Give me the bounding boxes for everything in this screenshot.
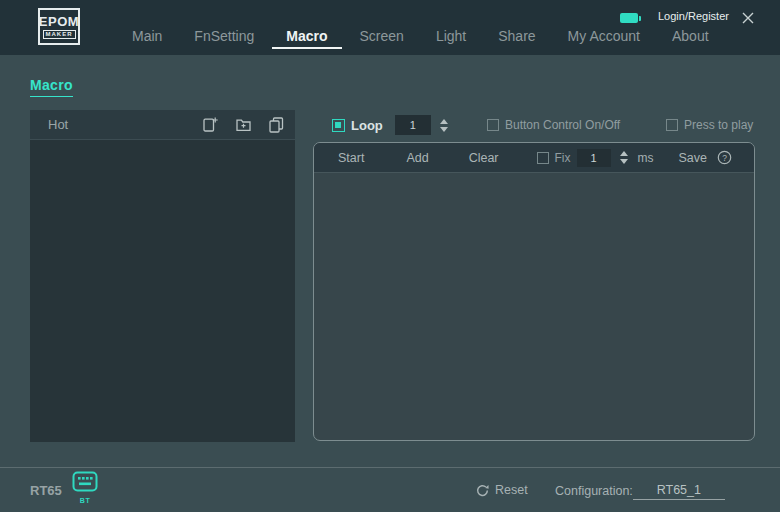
button-control-checkbox[interactable] <box>487 119 499 131</box>
start-button[interactable]: Start <box>338 151 364 165</box>
fix-delay-input[interactable]: 1 <box>577 149 611 167</box>
stepper-down-icon[interactable] <box>620 159 628 164</box>
press-to-play-label: Press to play <box>684 118 753 132</box>
keyboard-icon <box>72 471 98 492</box>
macro-list-toolbar <box>202 116 285 133</box>
reset-icon <box>476 484 489 497</box>
configuration-value[interactable]: RT65_1 <box>633 483 725 500</box>
logo-text-top: EPOM <box>39 15 79 28</box>
add-folder-icon[interactable] <box>235 116 252 133</box>
main-nav: Main FnSetting Macro Screen Light Share … <box>130 28 711 51</box>
help-icon[interactable]: ? <box>717 150 732 165</box>
svg-text:?: ? <box>722 153 727 163</box>
stepper-down-icon[interactable] <box>440 127 448 132</box>
loop-checkbox[interactable] <box>332 119 345 132</box>
fix-delay-group: Fix 1 ms <box>537 149 654 167</box>
macro-steps-list[interactable] <box>314 173 754 441</box>
loop-count-input[interactable]: 1 <box>395 115 431 135</box>
macro-list-panel: Hot <box>30 110 295 442</box>
connection-type-badge: BT <box>71 497 99 504</box>
tab-macro[interactable]: Macro <box>284 28 329 51</box>
close-icon[interactable] <box>741 11 755 25</box>
macro-group-label: Hot <box>48 117 68 132</box>
loop-label: Loop <box>351 118 383 133</box>
tab-screen[interactable]: Screen <box>358 28 406 51</box>
tab-main[interactable]: Main <box>130 28 164 51</box>
configuration-label: Configuration: <box>555 484 633 498</box>
press-to-play-checkbox[interactable] <box>666 119 678 131</box>
button-control-label: Button Control On/Off <box>505 118 620 132</box>
fix-checkbox[interactable] <box>537 152 549 164</box>
tab-light[interactable]: Light <box>434 28 468 51</box>
battery-icon <box>620 13 638 23</box>
epomaker-driver-window: EPOM MAKER Main FnSetting Macro Screen L… <box>0 0 780 512</box>
macro-editor-panel: Start Add Clear Fix 1 ms Save ? <box>313 142 755 441</box>
statusbar-divider <box>0 467 780 468</box>
copy-macro-icon[interactable] <box>268 116 285 133</box>
reset-label: Reset <box>495 483 528 497</box>
add-button[interactable]: Add <box>406 151 428 165</box>
new-macro-icon[interactable] <box>202 116 219 133</box>
epomaker-logo: EPOM MAKER <box>38 8 80 45</box>
stepper-up-icon[interactable] <box>620 151 628 156</box>
fix-delay-unit: ms <box>638 151 654 165</box>
titlebar: EPOM MAKER Main FnSetting Macro Screen L… <box>0 0 780 55</box>
tab-share[interactable]: Share <box>496 28 537 51</box>
fix-delay-stepper[interactable] <box>620 151 628 164</box>
fix-label: Fix <box>555 151 571 165</box>
clear-button[interactable]: Clear <box>469 151 499 165</box>
stepper-up-icon[interactable] <box>440 119 448 124</box>
save-button[interactable]: Save <box>679 151 708 165</box>
loop-count-stepper[interactable] <box>440 119 448 132</box>
macro-list-header: Hot <box>30 110 295 140</box>
tab-my-account[interactable]: My Account <box>566 28 642 51</box>
device-name: RT65 <box>30 483 62 498</box>
logo-text-bottom: MAKER <box>43 30 76 39</box>
configuration-group: Configuration: RT65_1 <box>555 483 725 498</box>
tab-fnsetting[interactable]: FnSetting <box>192 28 256 51</box>
reset-button[interactable]: Reset <box>476 483 528 497</box>
macro-editor-toolbar: Start Add Clear Fix 1 ms Save ? <box>314 143 754 173</box>
tab-about[interactable]: About <box>670 28 711 51</box>
press-to-play-group: Press to play <box>666 112 753 138</box>
loop-control-bar: Loop 1 Button Control On/Off Press to pl… <box>313 112 755 138</box>
login-register-link[interactable]: Login/Register <box>658 10 729 22</box>
device-connection[interactable]: BT <box>71 471 99 504</box>
page-title: Macro <box>30 77 73 97</box>
loop-group: Loop 1 <box>332 112 448 138</box>
button-control-group: Button Control On/Off <box>487 112 620 138</box>
